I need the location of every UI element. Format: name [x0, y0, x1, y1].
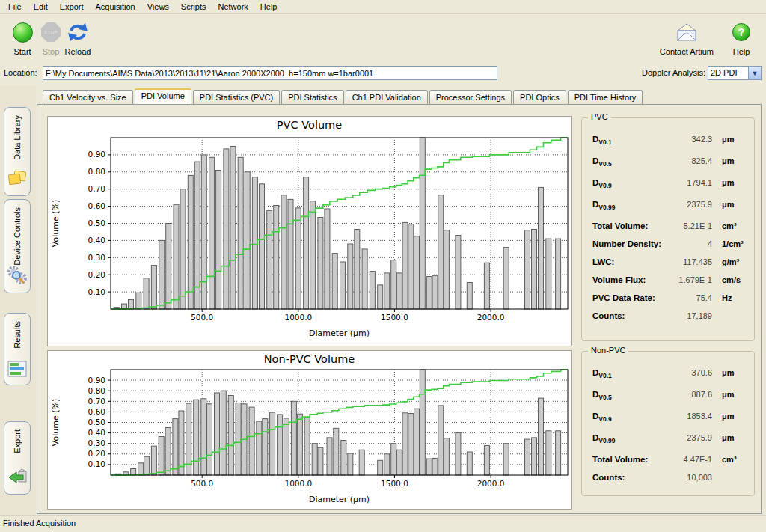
stats-row: Total Volume:4.47E-1cm³ [592, 455, 747, 473]
stats-row: PVC Data Rate:75.4Hz [592, 293, 747, 311]
stats-unit: μm [712, 178, 747, 187]
svg-text:0.10: 0.10 [88, 287, 105, 296]
svg-text:0.40: 0.40 [88, 236, 105, 245]
doppler-analysis-select[interactable]: 2D PDI ▼ [708, 66, 762, 80]
stats-label: DV0.9 [592, 412, 666, 423]
chevron-down-icon[interactable]: ▼ [748, 67, 761, 79]
sidebar-item-export[interactable]: Export [4, 421, 31, 495]
stats-value: 17,189 [666, 311, 712, 320]
stats-label: Total Volume: [592, 455, 666, 464]
stats-row: DV0.5825.4μm [592, 156, 747, 178]
stats-label: DV0.9 [592, 178, 666, 189]
stats-unit: g/m³ [712, 257, 747, 266]
stats-unit: μm [712, 200, 747, 209]
location-row: Location: Doppler Analysis: 2D PDI ▼ [0, 63, 766, 84]
stats-row: DV0.1342.3μm [592, 135, 747, 156]
svg-text:Diameter (μm): Diameter (μm) [309, 328, 370, 338]
tab-processor-settings[interactable]: Processor Settings [429, 90, 512, 104]
stats-unit: 1/cm³ [712, 239, 747, 248]
svg-text:2000.0: 2000.0 [477, 479, 505, 488]
stats-label: Counts: [592, 311, 666, 320]
pvc-stats-groupbox: PVC DV0.1342.3μmDV0.5825.4μmDV0.91794.1μ… [581, 117, 755, 341]
stats-value: 10,003 [666, 473, 712, 482]
tab-pdi-statistics[interactable]: PDI Statistics [281, 90, 343, 104]
nonpvc-stats-groupbox: Non-PVC DV0.1370.6μmDV0.5887.6μmDV0.9185… [581, 351, 755, 496]
stats-row: Volume Flux:1.679E-1cm/s [592, 275, 747, 293]
tab-ch1-velocity-vs-size[interactable]: Ch1 Velocity vs. Size [43, 90, 133, 104]
stats-value: 75.4 [666, 293, 712, 302]
stats-row: DV0.91853.4μm [592, 412, 747, 433]
location-input[interactable] [43, 66, 497, 80]
tab-pdi-statistics-pvc-[interactable]: PDI Statistics (PVC) [193, 90, 280, 104]
stats-value: 4 [666, 239, 712, 248]
contact-artium-button[interactable]: Contact Artium [660, 19, 714, 56]
stats-row: DV0.5887.6μm [592, 390, 747, 412]
menu-item-edit[interactable]: Edit [28, 1, 54, 13]
pvc-stats-rows: DV0.1342.3μmDV0.5825.4μmDV0.91794.1μmDV0… [592, 135, 747, 329]
svg-text:0.60: 0.60 [88, 201, 105, 210]
svg-text:0.90: 0.90 [88, 376, 105, 385]
menu-item-acquisition[interactable]: Acquisition [90, 1, 141, 13]
stats-label: DV0.5 [592, 390, 666, 401]
status-bar: Finished Acquisition [0, 515, 766, 532]
stats-row: DV0.992375.9μm [592, 200, 747, 221]
sidebar-item-results[interactable]: Results [4, 313, 31, 385]
stats-unit: cm³ [712, 455, 747, 464]
sidebar-item-label: Export [13, 429, 22, 453]
tab-pdi-optics[interactable]: PDI Optics [513, 90, 566, 104]
stats-value: 370.6 [666, 368, 712, 377]
tab-pdi-volume[interactable]: PDI Volume [135, 88, 192, 104]
toolbar: Start STOP Stop Reload [0, 15, 766, 61]
stats-unit: μm [712, 390, 747, 399]
stats-value: 887.6 [666, 390, 712, 399]
stats-label: DV0.99 [592, 433, 666, 444]
tab-pdi-time-history[interactable]: PDI Time History [568, 90, 643, 104]
stats-unit: cm³ [712, 221, 747, 230]
doppler-analysis-value: 2D PDI [708, 67, 748, 79]
stats-label: DV0.5 [592, 156, 666, 168]
sidebar-item-label: Data Library [13, 115, 22, 160]
stats-value: 2375.9 [666, 200, 712, 209]
nonpvc-chart-title: Non-PVC Volume [48, 353, 571, 365]
stats-value: 1.679E-1 [666, 275, 712, 284]
content-panel: 0.100.200.300.400.500.600.700.800.90500.… [37, 104, 762, 514]
chart-icon [7, 361, 27, 379]
stats-row: Number Density:41/cm³ [592, 239, 747, 257]
menu-item-help[interactable]: Help [254, 1, 284, 13]
stats-unit: μm [712, 135, 747, 144]
svg-text:Volume (%): Volume (%) [51, 399, 61, 446]
help-label: Help [724, 47, 759, 56]
doppler-analysis-label: Doppler Analysis: [642, 68, 705, 77]
svg-text:0.30: 0.30 [88, 438, 105, 447]
stats-label: Number Density: [592, 239, 666, 248]
menu-item-network[interactable]: Network [212, 1, 254, 13]
pvc-chart-panel: 0.100.200.300.400.500.600.700.800.90500.… [47, 116, 572, 346]
menu-item-file[interactable]: File [2, 1, 28, 13]
stats-row: DV0.91794.1μm [592, 178, 747, 200]
stats-row: LWC:117.435g/m³ [592, 257, 747, 275]
svg-text:Diameter (μm): Diameter (μm) [309, 495, 370, 504]
stats-unit: μm [712, 368, 747, 377]
svg-text:500.0: 500.0 [191, 313, 213, 322]
menu-item-views[interactable]: Views [141, 1, 175, 13]
svg-text:0.50: 0.50 [88, 218, 105, 227]
sidebar: Data LibraryDevice ControlsResultsExport [0, 86, 36, 515]
reload-button[interactable]: Reload [58, 19, 97, 56]
sidebar-item-device-controls[interactable]: Device Controls [4, 199, 31, 293]
stats-unit: cm/s [712, 275, 747, 284]
help-icon: ? [732, 23, 750, 41]
envelope-icon [660, 19, 714, 45]
stats-value: 825.4 [666, 156, 712, 165]
help-button[interactable]: ? Help [724, 19, 759, 56]
stats-value: 1794.1 [666, 178, 712, 187]
svg-text:1500.0: 1500.0 [381, 313, 408, 322]
pvc-chart-title: PVC Volume [48, 119, 571, 131]
menu-item-export[interactable]: Export [54, 1, 90, 13]
sidebar-item-data-library[interactable]: Data Library [4, 107, 31, 196]
sidebar-item-label: Device Controls [13, 207, 22, 266]
svg-text:0.50: 0.50 [88, 418, 105, 426]
menu-item-scripts[interactable]: Scripts [175, 1, 212, 13]
svg-text:0.20: 0.20 [88, 449, 105, 458]
tab-ch1-pdi-validation[interactable]: Ch1 PDI Validation [346, 90, 428, 104]
sidebar-item-label: Results [13, 321, 22, 349]
